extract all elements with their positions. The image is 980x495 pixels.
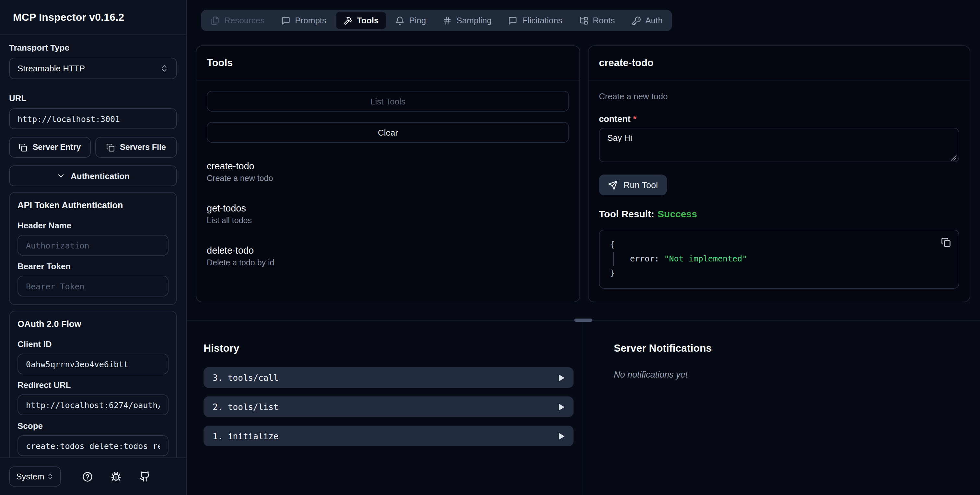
content-field-label: content* xyxy=(599,114,959,124)
bearer-token-input[interactable] xyxy=(18,276,169,297)
splitter-drag-handle[interactable] xyxy=(574,319,592,322)
bottom-panels: History 3. tools/call 2. tools/list 1. i… xyxy=(187,321,980,495)
tool-list-item[interactable]: delete-todo Delete a todo by id xyxy=(207,244,569,268)
expand-triangle-icon xyxy=(559,403,565,410)
tab-resources: Resources xyxy=(203,12,272,29)
sidebar-header: MCP Inspector v0.16.2 xyxy=(0,0,186,35)
files-icon xyxy=(211,16,220,25)
history-pane: History 3. tools/call 2. tools/list 1. i… xyxy=(187,321,583,495)
app-title: MCP Inspector v0.16.2 xyxy=(13,11,124,23)
horizontal-splitter xyxy=(187,320,980,321)
tab-bar: Resources Prompts Tools Ping Sampling El… xyxy=(201,10,673,31)
transport-type-value: Streamable HTTP xyxy=(18,64,85,73)
header-name-input[interactable] xyxy=(18,235,169,255)
chevrons-up-down-icon xyxy=(47,473,54,480)
debug-button[interactable] xyxy=(111,471,121,482)
copy-result-button[interactable] xyxy=(941,238,951,249)
notifications-pane: Server Notifications No notifications ye… xyxy=(583,321,980,495)
history-item[interactable]: 1. initialize xyxy=(204,426,574,446)
bearer-token-label: Bearer Token xyxy=(18,262,169,271)
copy-icon xyxy=(19,143,27,152)
clear-tools-button[interactable]: Clear xyxy=(207,122,569,143)
history-title: History xyxy=(204,343,574,354)
required-mark: * xyxy=(633,114,637,124)
tab-tools[interactable]: Tools xyxy=(336,12,386,29)
json-error-line: error: "Not implemented" xyxy=(613,252,948,266)
tool-result-line: Tool Result:Success xyxy=(599,208,959,219)
servers-file-button[interactable]: Servers File xyxy=(95,137,177,158)
tab-elicitations[interactable]: Elicitations xyxy=(501,12,570,29)
client-id-input[interactable] xyxy=(18,354,169,374)
sidebar: MCP Inspector v0.16.2 Transport Type Str… xyxy=(0,0,187,495)
message-square-icon xyxy=(509,16,517,25)
tab-ping[interactable]: Ping xyxy=(388,12,434,29)
hammer-icon xyxy=(343,16,352,25)
oauth-card: OAuth 2.0 Flow Client ID Redirect URL Sc… xyxy=(9,311,177,457)
run-tool-button[interactable]: Run Tool xyxy=(599,174,667,195)
client-id-label: Client ID xyxy=(18,339,169,349)
github-button[interactable] xyxy=(139,471,150,482)
tools-panel-title: Tools xyxy=(196,46,579,80)
tool-list-item[interactable]: create-todo Create a new todo xyxy=(207,160,569,184)
bug-icon xyxy=(111,471,121,482)
theme-value: System xyxy=(16,472,45,481)
tool-detail-title: create-todo xyxy=(589,46,970,80)
oauth-title: OAuth 2.0 Flow xyxy=(18,319,169,329)
bell-icon xyxy=(396,16,405,25)
theme-select[interactable]: System xyxy=(9,466,61,487)
expand-triangle-icon xyxy=(559,433,565,439)
tab-prompts[interactable]: Prompts xyxy=(274,12,334,29)
server-entry-button[interactable]: Server Entry xyxy=(9,137,91,158)
help-button[interactable] xyxy=(82,471,93,482)
tab-auth[interactable]: Auth xyxy=(624,12,670,29)
json-open-brace: { xyxy=(610,238,948,252)
history-item[interactable]: 3. tools/call xyxy=(204,367,574,388)
json-close-brace: } xyxy=(610,266,948,280)
main-area: Resources Prompts Tools Ping Sampling El… xyxy=(187,0,980,495)
top-panels: Tools List Tools Clear create-todo Creat… xyxy=(196,45,970,302)
tools-panel: Tools List Tools Clear create-todo Creat… xyxy=(196,45,580,302)
sidebar-body: Transport Type Streamable HTTP URL Serve… xyxy=(0,35,186,457)
chevron-down-icon xyxy=(56,171,65,180)
server-buttons-row: Server Entry Servers File xyxy=(9,137,177,158)
scope-label: Scope xyxy=(18,421,169,431)
content-textarea[interactable]: Say Hi xyxy=(599,128,959,162)
transport-type-select[interactable]: Streamable HTTP xyxy=(9,58,177,79)
app-root: MCP Inspector v0.16.2 Transport Type Str… xyxy=(0,0,980,495)
tab-sampling[interactable]: Sampling xyxy=(435,12,500,29)
authentication-toggle[interactable]: Authentication xyxy=(9,165,177,186)
tool-list: create-todo Create a new todo get-todos … xyxy=(207,160,569,268)
tool-detail-panel: create-todo Create a new todo content* S… xyxy=(588,45,970,302)
list-tools-button[interactable]: List Tools xyxy=(207,91,569,112)
notifications-title: Server Notifications xyxy=(614,343,980,354)
tool-list-item[interactable]: get-todos List all todos xyxy=(207,202,569,227)
sidebar-footer: System xyxy=(0,457,186,495)
key-icon xyxy=(632,16,641,25)
scope-input[interactable] xyxy=(18,435,169,456)
result-status-badge: Success xyxy=(657,208,697,219)
message-square-icon xyxy=(281,16,290,25)
redirect-url-input[interactable] xyxy=(18,394,169,415)
header-name-label: Header Name xyxy=(18,220,169,230)
folder-tree-icon xyxy=(579,16,588,25)
tab-roots[interactable]: Roots xyxy=(571,12,622,29)
send-icon xyxy=(608,180,618,190)
copy-icon xyxy=(941,238,951,247)
github-icon xyxy=(139,471,150,482)
tool-detail-description: Create a new todo xyxy=(599,91,959,101)
api-token-card: API Token Authentication Header Name Bea… xyxy=(9,192,177,305)
copy-icon xyxy=(106,143,115,152)
history-item[interactable]: 2. tools/list xyxy=(204,396,574,417)
notifications-empty-text: No notifications yet xyxy=(614,370,980,380)
api-token-title: API Token Authentication xyxy=(18,200,169,210)
circle-help-icon xyxy=(82,471,93,482)
hash-icon xyxy=(443,16,452,25)
expand-triangle-icon xyxy=(559,374,565,381)
redirect-url-label: Redirect URL xyxy=(18,380,169,390)
url-label: URL xyxy=(9,93,177,103)
result-json-block: { error: "Not implemented" } xyxy=(599,230,959,289)
chevrons-up-down-icon xyxy=(160,64,169,73)
url-input[interactable] xyxy=(9,109,177,129)
transport-type-label: Transport Type xyxy=(9,43,177,53)
